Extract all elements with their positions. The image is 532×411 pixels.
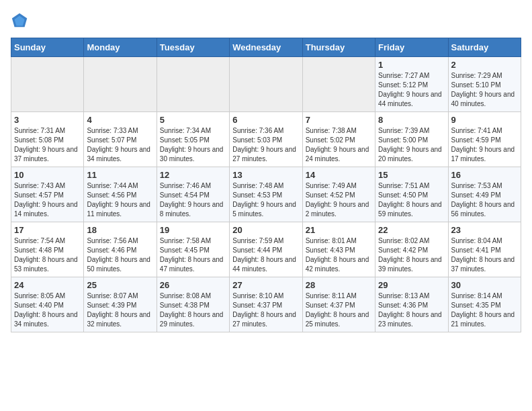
day-number: 2 [451, 60, 518, 70]
week-row-4: 17Sunrise: 7:54 AM Sunset: 4:48 PM Dayli… [11, 222, 521, 277]
day-number: 18 [87, 225, 153, 235]
day-cell [230, 57, 302, 112]
day-cell: 23Sunrise: 8:04 AM Sunset: 4:41 PM Dayli… [448, 222, 521, 277]
day-cell: 13Sunrise: 7:48 AM Sunset: 4:53 PM Dayli… [230, 167, 302, 222]
day-number: 14 [306, 170, 372, 180]
day-cell: 30Sunrise: 8:14 AM Sunset: 4:35 PM Dayli… [448, 277, 521, 332]
day-number: 22 [378, 225, 445, 235]
day-number: 9 [451, 115, 518, 125]
day-number: 24 [14, 280, 81, 290]
day-cell: 6Sunrise: 7:36 AM Sunset: 5:03 PM Daylig… [230, 112, 302, 167]
day-detail: Sunrise: 7:56 AM Sunset: 4:46 PM Dayligh… [87, 236, 153, 274]
column-header-tuesday: Tuesday [157, 38, 229, 57]
column-header-sunday: Sunday [11, 38, 84, 57]
day-cell: 11Sunrise: 7:44 AM Sunset: 4:56 PM Dayli… [84, 167, 157, 222]
day-number: 16 [451, 170, 518, 180]
day-number: 26 [160, 280, 226, 290]
day-number: 17 [14, 225, 81, 235]
day-detail: Sunrise: 7:58 AM Sunset: 4:45 PM Dayligh… [160, 236, 226, 274]
day-cell: 12Sunrise: 7:46 AM Sunset: 4:54 PM Dayli… [157, 167, 229, 222]
day-detail: Sunrise: 8:07 AM Sunset: 4:39 PM Dayligh… [87, 291, 153, 329]
day-number: 8 [378, 115, 445, 125]
day-detail: Sunrise: 7:43 AM Sunset: 4:57 PM Dayligh… [14, 181, 81, 219]
day-number: 7 [306, 115, 372, 125]
day-detail: Sunrise: 8:10 AM Sunset: 4:37 PM Dayligh… [232, 291, 299, 329]
day-cell: 24Sunrise: 8:05 AM Sunset: 4:40 PM Dayli… [11, 277, 84, 332]
calendar-table: SundayMondayTuesdayWednesdayThursdayFrid… [11, 38, 521, 332]
day-detail: Sunrise: 8:02 AM Sunset: 4:42 PM Dayligh… [378, 236, 445, 274]
day-number: 20 [232, 225, 299, 235]
day-cell: 7Sunrise: 7:38 AM Sunset: 5:02 PM Daylig… [302, 112, 375, 167]
day-number: 1 [378, 60, 445, 70]
header-row: SundayMondayTuesdayWednesdayThursdayFrid… [11, 38, 521, 57]
day-cell: 26Sunrise: 8:08 AM Sunset: 4:38 PM Dayli… [157, 277, 229, 332]
day-cell: 17Sunrise: 7:54 AM Sunset: 4:48 PM Dayli… [11, 222, 84, 277]
day-number: 15 [378, 170, 445, 180]
day-detail: Sunrise: 8:05 AM Sunset: 4:40 PM Dayligh… [14, 291, 81, 329]
day-number: 13 [232, 170, 299, 180]
day-number: 4 [87, 115, 153, 125]
day-number: 10 [14, 170, 81, 180]
day-number: 23 [451, 225, 518, 235]
day-cell [11, 57, 84, 112]
column-header-friday: Friday [375, 38, 448, 57]
day-cell: 1Sunrise: 7:27 AM Sunset: 5:12 PM Daylig… [375, 57, 448, 112]
day-detail: Sunrise: 7:39 AM Sunset: 5:00 PM Dayligh… [378, 126, 445, 164]
calendar-header: SundayMondayTuesdayWednesdayThursdayFrid… [11, 38, 521, 57]
day-cell: 18Sunrise: 7:56 AM Sunset: 4:46 PM Dayli… [84, 222, 157, 277]
day-detail: Sunrise: 7:27 AM Sunset: 5:12 PM Dayligh… [378, 71, 445, 109]
day-detail: Sunrise: 7:54 AM Sunset: 4:48 PM Dayligh… [14, 236, 81, 274]
column-header-wednesday: Wednesday [230, 38, 302, 57]
day-detail: Sunrise: 7:59 AM Sunset: 4:44 PM Dayligh… [232, 236, 299, 274]
day-detail: Sunrise: 8:13 AM Sunset: 4:36 PM Dayligh… [378, 291, 445, 329]
day-number: 25 [87, 280, 153, 290]
week-row-2: 3Sunrise: 7:31 AM Sunset: 5:08 PM Daylig… [11, 112, 521, 167]
day-cell: 4Sunrise: 7:33 AM Sunset: 5:07 PM Daylig… [84, 112, 157, 167]
day-cell: 20Sunrise: 7:59 AM Sunset: 4:44 PM Dayli… [230, 222, 302, 277]
logo-icon [11, 11, 30, 30]
week-row-1: 1Sunrise: 7:27 AM Sunset: 5:12 PM Daylig… [11, 57, 521, 112]
day-cell: 28Sunrise: 8:11 AM Sunset: 4:37 PM Dayli… [302, 277, 375, 332]
day-detail: Sunrise: 7:41 AM Sunset: 4:59 PM Dayligh… [451, 126, 518, 164]
day-number: 11 [87, 170, 153, 180]
day-detail: Sunrise: 8:08 AM Sunset: 4:38 PM Dayligh… [160, 291, 226, 329]
day-number: 28 [306, 280, 372, 290]
day-cell: 29Sunrise: 8:13 AM Sunset: 4:36 PM Dayli… [375, 277, 448, 332]
day-cell: 10Sunrise: 7:43 AM Sunset: 4:57 PM Dayli… [11, 167, 84, 222]
day-cell: 25Sunrise: 8:07 AM Sunset: 4:39 PM Dayli… [84, 277, 157, 332]
logo [11, 11, 32, 30]
day-cell: 9Sunrise: 7:41 AM Sunset: 4:59 PM Daylig… [448, 112, 521, 167]
day-detail: Sunrise: 7:48 AM Sunset: 4:53 PM Dayligh… [232, 181, 299, 219]
day-cell: 14Sunrise: 7:49 AM Sunset: 4:52 PM Dayli… [302, 167, 375, 222]
page-header [11, 11, 521, 30]
day-cell: 15Sunrise: 7:51 AM Sunset: 4:50 PM Dayli… [375, 167, 448, 222]
day-number: 19 [160, 225, 226, 235]
day-number: 29 [378, 280, 445, 290]
column-header-saturday: Saturday [448, 38, 521, 57]
day-cell: 19Sunrise: 7:58 AM Sunset: 4:45 PM Dayli… [157, 222, 229, 277]
day-detail: Sunrise: 7:33 AM Sunset: 5:07 PM Dayligh… [87, 126, 153, 164]
day-cell: 22Sunrise: 8:02 AM Sunset: 4:42 PM Dayli… [375, 222, 448, 277]
day-cell [302, 57, 375, 112]
day-detail: Sunrise: 7:34 AM Sunset: 5:05 PM Dayligh… [160, 126, 226, 164]
day-detail: Sunrise: 7:29 AM Sunset: 5:10 PM Dayligh… [451, 71, 518, 109]
day-number: 21 [306, 225, 372, 235]
day-cell: 5Sunrise: 7:34 AM Sunset: 5:05 PM Daylig… [157, 112, 229, 167]
calendar-body: 1Sunrise: 7:27 AM Sunset: 5:12 PM Daylig… [11, 57, 521, 332]
day-detail: Sunrise: 8:14 AM Sunset: 4:35 PM Dayligh… [451, 291, 518, 329]
day-number: 30 [451, 280, 518, 290]
day-number: 5 [160, 115, 226, 125]
column-header-thursday: Thursday [302, 38, 375, 57]
day-detail: Sunrise: 7:51 AM Sunset: 4:50 PM Dayligh… [378, 181, 445, 219]
day-cell [157, 57, 229, 112]
day-cell: 8Sunrise: 7:39 AM Sunset: 5:00 PM Daylig… [375, 112, 448, 167]
day-detail: Sunrise: 8:04 AM Sunset: 4:41 PM Dayligh… [451, 236, 518, 274]
day-detail: Sunrise: 7:38 AM Sunset: 5:02 PM Dayligh… [306, 126, 372, 164]
day-cell: 16Sunrise: 7:53 AM Sunset: 4:49 PM Dayli… [448, 167, 521, 222]
day-detail: Sunrise: 7:46 AM Sunset: 4:54 PM Dayligh… [160, 181, 226, 219]
day-cell: 3Sunrise: 7:31 AM Sunset: 5:08 PM Daylig… [11, 112, 84, 167]
day-detail: Sunrise: 7:44 AM Sunset: 4:56 PM Dayligh… [87, 181, 153, 219]
column-header-monday: Monday [84, 38, 157, 57]
day-cell: 2Sunrise: 7:29 AM Sunset: 5:10 PM Daylig… [448, 57, 521, 112]
day-number: 6 [232, 115, 299, 125]
